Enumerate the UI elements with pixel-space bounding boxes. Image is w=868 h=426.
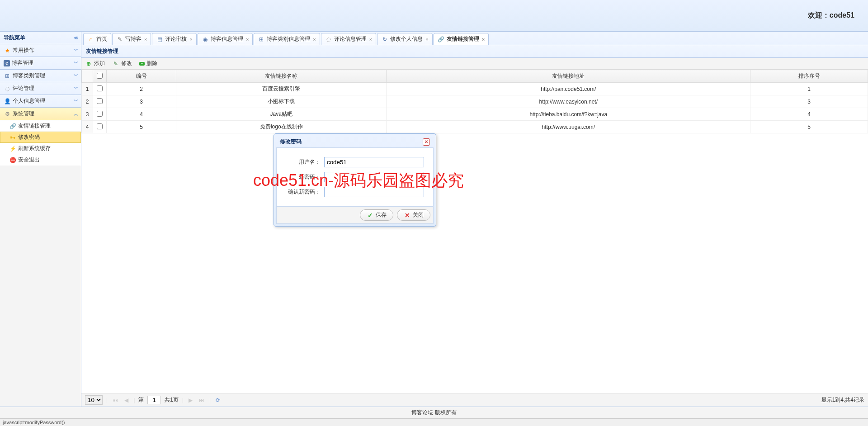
add-icon: ⊕: [85, 60, 92, 67]
db-icon: ◉: [202, 36, 209, 43]
page-input[interactable]: [147, 396, 161, 404]
table-row[interactable]: 12百度云搜索引擎http://pan.code51.com/1: [82, 83, 868, 95]
next-page-button[interactable]: ▶: [187, 397, 194, 403]
tab-close-icon[interactable]: ×: [425, 37, 428, 42]
prev-page-button[interactable]: ◀: [123, 397, 130, 403]
status-bar: javascript:modifyPassword(): [0, 418, 868, 426]
close-button[interactable]: ✕关闭: [397, 209, 430, 221]
pencil-icon: ✎: [112, 60, 119, 67]
first-page-button[interactable]: ⏮: [111, 397, 119, 403]
tree-icon: ⊞: [4, 72, 11, 80]
accordion-item-5[interactable]: ⚙系统管理︽: [0, 108, 81, 120]
pager: 10 | ⏮ ◀ | 第 共1页 | ▶ ⏭ | ⟳ 显示1到4,共4记录: [81, 393, 868, 407]
tab-6[interactable]: ↻修改个人信息×: [377, 33, 432, 45]
row-checkbox[interactable]: [97, 85, 103, 91]
tab-label: 博客信息管理: [211, 35, 243, 43]
tree-item-3[interactable]: ⛔安全退出: [0, 154, 81, 166]
col-header-2[interactable]: 友情链接地址: [387, 70, 750, 83]
confirm-input[interactable]: [324, 187, 424, 197]
tab-label: 博客类别信息管理: [267, 35, 310, 43]
reload-button[interactable]: ⟳: [214, 397, 222, 403]
table-row[interactable]: 34Java贴吧http://tieba.baidu.com/f?kw=java…: [82, 108, 868, 121]
cell-id: 2: [107, 83, 176, 95]
welcome-text: 欢迎：code51: [808, 11, 854, 20]
username-label: 用户名：: [286, 158, 324, 166]
dialog-title-bar[interactable]: 修改密码 ✕: [276, 136, 434, 147]
chevron-icon: ︾: [74, 73, 77, 79]
chevron-icon: ︾: [74, 98, 77, 104]
dialog-close-button[interactable]: ✕: [423, 138, 430, 146]
delete-button[interactable]: −删除: [139, 60, 157, 67]
tab-3[interactable]: ◉博客信息管理×: [198, 33, 253, 45]
tab-5[interactable]: ◌评论信息管理×: [321, 33, 376, 45]
sidebar: 导航菜单 ≪ ★常用操作︾e博客管理︾⊞博客类别管理︾◌评论管理︾👤个人信息管理…: [0, 32, 81, 407]
stop-icon: ⛔: [9, 156, 16, 164]
accordion-item-2[interactable]: ⊞博客类别管理︾: [0, 70, 81, 82]
add-button[interactable]: ⊕添加: [85, 60, 105, 67]
content-area: ⌂首页✎写博客×▤评论审核×◉博客信息管理×⊞博客类别信息管理×◌评论信息管理×…: [81, 32, 868, 407]
tree-label: 安全退出: [18, 156, 40, 164]
accordion-label: 评论管理: [13, 85, 34, 92]
checkall-header: [93, 70, 107, 83]
row-checkbox[interactable]: [97, 123, 103, 129]
tab-0[interactable]: ⌂首页: [83, 33, 111, 45]
cell-sort: 1: [750, 83, 868, 95]
table-row[interactable]: 45免费logo在线制作http://www.uugai.com/5: [82, 121, 868, 133]
cell-sort: 5: [750, 121, 868, 133]
accordion-item-3[interactable]: ◌评论管理︾: [0, 82, 81, 95]
tab-close-icon[interactable]: ×: [369, 37, 372, 42]
nav-title: 导航菜单 ≪: [0, 32, 81, 44]
refresh-icon: ↻: [381, 36, 388, 43]
edit-button[interactable]: ✎修改: [112, 60, 132, 67]
tree-icon: ⊞: [258, 36, 265, 43]
cell-name: Java贴吧: [176, 108, 387, 121]
user-icon: 👤: [4, 98, 11, 105]
tab-close-icon[interactable]: ×: [189, 37, 192, 42]
collapse-icon[interactable]: ≪: [74, 35, 77, 40]
col-header-1[interactable]: 友情链接名称: [176, 70, 387, 83]
last-page-button[interactable]: ⏭: [198, 397, 206, 403]
row-checkbox[interactable]: [97, 111, 103, 117]
home-icon: ⌂: [87, 36, 94, 43]
panel-title: 友情链接管理: [81, 45, 868, 58]
chevron-icon: ︾: [74, 60, 77, 66]
accordion-label: 个人信息管理: [13, 97, 45, 105]
key-icon: 🗝: [9, 134, 16, 141]
tab-4[interactable]: ⊞博客类别信息管理×: [254, 33, 320, 45]
tree-label: 修改密码: [18, 133, 40, 141]
password-dialog: 修改密码 ✕ 用户名： 新密码： 确认新密码： ✓保存 ✕关闭: [274, 133, 436, 227]
accordion-item-4[interactable]: 👤个人信息管理︾: [0, 95, 81, 108]
chevron-icon: ︾: [74, 47, 77, 54]
page-size-select[interactable]: 10: [85, 395, 103, 405]
tab-2[interactable]: ▤评论审核×: [152, 33, 196, 45]
col-header-3[interactable]: 排序序号: [750, 70, 868, 83]
check-icon: ✓: [367, 212, 374, 219]
accordion-label: 博客管理: [12, 59, 33, 67]
col-header-0[interactable]: 编号: [107, 70, 176, 83]
newpwd-label: 新密码：: [286, 173, 324, 181]
tab-label: 写博客: [125, 35, 142, 43]
chevron-icon: ︾: [74, 85, 77, 92]
cell-id: 3: [107, 95, 176, 108]
tree-item-1[interactable]: 🗝修改密码: [0, 132, 81, 143]
accordion-item-1[interactable]: e博客管理︾: [0, 57, 81, 70]
username-input[interactable]: [324, 157, 424, 167]
save-button[interactable]: ✓保存: [360, 209, 393, 221]
tree-item-2[interactable]: ⚡刷新系统缓存: [0, 143, 81, 154]
checkall-checkbox[interactable]: [97, 73, 103, 79]
tab-close-icon[interactable]: ×: [482, 37, 485, 42]
table-row[interactable]: 23小图标下载http://www.easyicon.net/3: [82, 95, 868, 108]
edit-icon: ✎: [116, 36, 123, 43]
tab-close-icon[interactable]: ×: [313, 37, 316, 42]
tab-1[interactable]: ✎写博客×: [112, 33, 151, 45]
tree-label: 友情链接管理: [18, 122, 51, 130]
newpwd-input[interactable]: [324, 172, 424, 182]
tab-close-icon[interactable]: ×: [246, 37, 249, 42]
accordion-item-0[interactable]: ★常用操作︾: [0, 44, 81, 57]
row-checkbox[interactable]: [97, 98, 103, 104]
tab-close-icon[interactable]: ×: [144, 37, 147, 42]
rownum-cell: 1: [82, 83, 93, 95]
accordion-label: 常用操作: [13, 47, 34, 54]
tree-item-0[interactable]: 🔗友情链接管理: [0, 120, 81, 132]
tab-7[interactable]: 🔗友情链接管理×: [434, 33, 489, 45]
